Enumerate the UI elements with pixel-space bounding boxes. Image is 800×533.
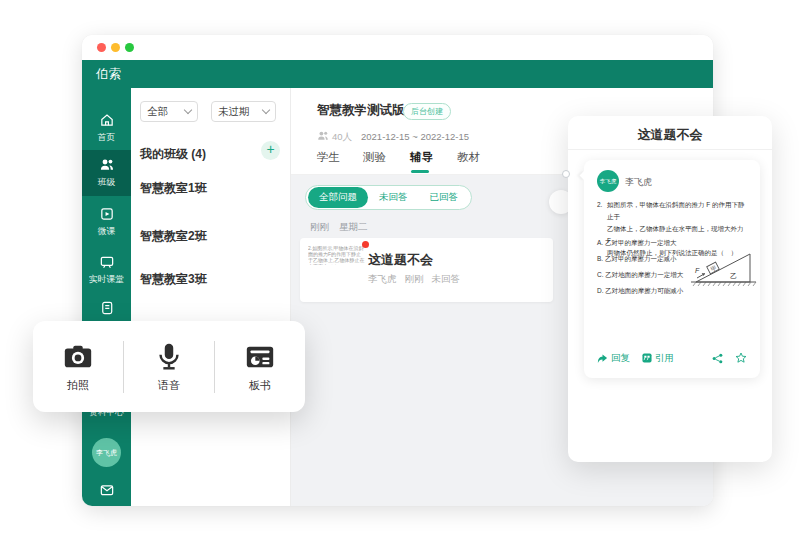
micro-lesson-icon: [99, 206, 115, 222]
students-icon: [317, 130, 329, 142]
sidebar-item-label: 微课: [84, 226, 129, 238]
reply-arrow-icon: [597, 353, 608, 364]
question-line: 如图所示，甲物体在沿斜面的推力 F 的作用下静止于: [607, 199, 751, 223]
add-class-button[interactable]: +: [261, 141, 280, 160]
sidebar-item-label: 班级: [84, 177, 129, 189]
tab-materials[interactable]: 教材: [457, 150, 480, 165]
avatar-name-text: 李飞虎: [96, 448, 117, 458]
question-time: 刚刚: [405, 273, 424, 286]
class-item-3[interactable]: 智慧教室3班: [140, 271, 207, 288]
question-detail-panel: 这道题不会 李飞虎 李飞虎 2. 如图所示，甲物体在沿斜面的推力 F 的作用下静…: [568, 116, 772, 462]
sidebar-item-messages[interactable]: [82, 482, 131, 500]
maximize-window-button[interactable]: [125, 43, 134, 52]
take-photo-label: 拍照: [67, 378, 89, 393]
question-bubble-card: 李飞虎 李飞虎 2. 如图所示，甲物体在沿斜面的推力 F 的作用下静止于 乙物体…: [584, 160, 760, 378]
class-status-dropdown[interactable]: 未过期: [211, 101, 276, 122]
sidebar-item-label: 实时课堂: [84, 274, 129, 286]
minimize-window-button[interactable]: [111, 43, 120, 52]
sidebar-item-micro-lesson[interactable]: 微课: [82, 206, 131, 238]
camera-icon: [62, 341, 94, 373]
option-b: B. 乙对甲的摩擦力一定减小: [597, 251, 683, 267]
favorite-button[interactable]: [735, 352, 747, 364]
diagram-wedge-label: 乙: [730, 272, 737, 279]
option-c: C. 乙对地面的摩擦力一定增大: [597, 267, 683, 283]
answer-options: A. 乙对甲的摩擦力一定增大 B. 乙对甲的摩擦力一定减小 C. 乙对地面的摩擦…: [597, 235, 683, 299]
reply-label: 回复: [611, 352, 630, 365]
star-icon: [735, 352, 747, 364]
time-recent: 刚刚: [310, 221, 329, 234]
sidebar-item-class[interactable]: 班级: [82, 150, 131, 196]
student-count: 40人: [332, 131, 352, 144]
question-thumbnail: 2.如图所示,甲物体在沿斜面的推力F的作用下静止于乙物体上,乙物体静止在水平面上…: [308, 245, 365, 265]
question-filter-group: 全部问题 未回答 已回答: [305, 185, 472, 210]
student-name: 李飞虎: [625, 176, 652, 189]
live-classroom-icon: [99, 254, 115, 270]
app-title: 伯索: [96, 67, 121, 81]
question-list-item[interactable]: 2.如图所示,甲物体在沿斜面的推力F的作用下静止于乙物体上,乙物体静止在水平面上…: [300, 238, 553, 302]
chevron-down-icon: [184, 106, 192, 114]
active-tab-underline: [411, 170, 429, 173]
sidebar-item-home[interactable]: 首页: [82, 112, 131, 144]
sidebar: 首页 班级 微课 实时课堂: [82, 88, 131, 506]
bubble-pointer: [580, 171, 590, 181]
whiteboard-icon: [244, 341, 276, 373]
tab-tests[interactable]: 测验: [363, 150, 386, 165]
quote-button[interactable]: 引用: [642, 352, 674, 365]
window-titlebar: [82, 35, 713, 60]
time-group-label: 刚刚 星期二: [310, 221, 368, 234]
app-header: 伯索: [82, 60, 713, 88]
tab-students[interactable]: 学生: [317, 150, 340, 165]
class-item-2[interactable]: 智慧教室2班: [140, 228, 207, 245]
unread-badge: [362, 241, 369, 248]
whiteboard-label: 板书: [249, 378, 271, 393]
quick-actions-popup: 拍照 语音 板书: [33, 321, 305, 412]
user-avatar[interactable]: 李飞虎: [92, 438, 121, 467]
microphone-icon: [153, 341, 185, 373]
quote-label: 引用: [655, 352, 674, 365]
sidebar-item-notebook[interactable]: [82, 300, 131, 319]
class-list-panel: 全部 未过期 我的班级 (4) + 智慧教室1班 智慧教室2班 智慧教室3班: [131, 88, 291, 506]
class-people-icon: [99, 157, 115, 173]
time-day: 星期二: [339, 221, 368, 234]
tab-tutoring[interactable]: 辅导: [410, 150, 433, 165]
close-window-button[interactable]: [97, 43, 106, 52]
class-type-dropdown[interactable]: 全部: [140, 101, 198, 122]
mail-icon: [99, 482, 115, 498]
question-number: 2.: [597, 199, 602, 211]
screen: 伯索 首页 班级 微课: [0, 0, 800, 533]
voice-label: 语音: [158, 378, 180, 393]
whiteboard-button[interactable]: 板书: [215, 341, 305, 393]
chevron-down-icon: [262, 106, 270, 114]
filter-all-questions[interactable]: 全部问题: [308, 187, 368, 208]
take-photo-button[interactable]: 拍照: [33, 341, 123, 393]
quote-icon: [642, 353, 652, 363]
student-avatar: 李飞虎: [597, 170, 619, 192]
my-classes-title: 我的班级 (4): [140, 146, 206, 163]
notebook-icon: [99, 300, 115, 316]
panel-title: 这道题不会: [568, 126, 772, 144]
share-button[interactable]: [712, 353, 723, 364]
sidebar-item-live-classroom[interactable]: 实时课堂: [82, 254, 131, 286]
question-actions: 回复 引用: [597, 351, 747, 365]
avatar-name-text: 李飞虎: [600, 178, 617, 185]
option-a: A. 乙对甲的摩擦力一定增大: [597, 235, 683, 251]
backend-created-badge: 后台创建: [403, 103, 451, 120]
reply-button[interactable]: 回复: [597, 352, 630, 365]
home-icon: [99, 112, 115, 128]
filter-answered[interactable]: 已回答: [419, 191, 470, 204]
class-status-value: 未过期: [218, 105, 250, 119]
question-author: 李飞虎: [368, 273, 397, 286]
class-title: 智慧教学测试版: [317, 102, 405, 119]
question-meta: 李飞虎 刚刚 未回答: [368, 273, 460, 286]
class-type-value: 全部: [147, 105, 168, 119]
diagram-force-label: F: [695, 267, 700, 274]
share-icon: [712, 353, 723, 364]
voice-button[interactable]: 语音: [124, 341, 214, 393]
option-d: D. 乙对地面的摩擦力可能减小: [597, 283, 683, 299]
physics-diagram: 甲 F 乙: [690, 244, 760, 294]
sidebar-item-label: 首页: [84, 132, 129, 144]
question-title: 这道题不会: [368, 251, 433, 269]
panel-title-divider: [568, 149, 772, 150]
class-item-1[interactable]: 智慧教室1班: [140, 180, 207, 197]
filter-unanswered[interactable]: 未回答: [368, 191, 419, 204]
